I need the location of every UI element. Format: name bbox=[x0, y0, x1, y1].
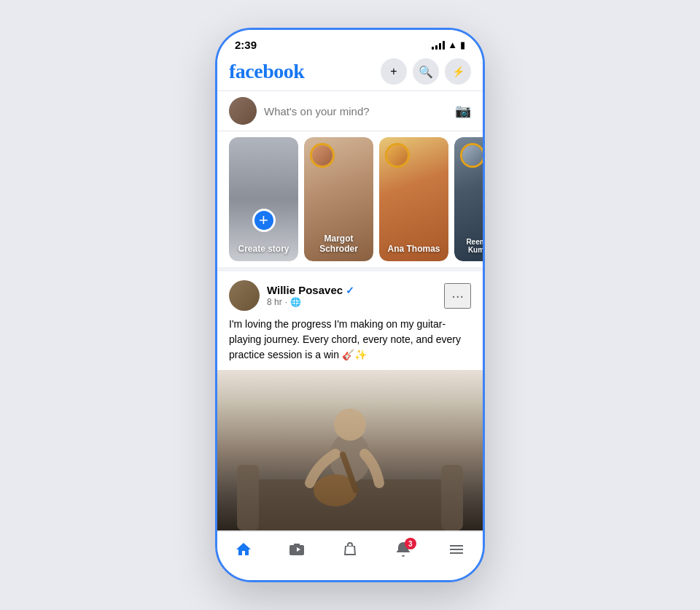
search-button[interactable]: 🔍 bbox=[413, 58, 439, 85]
phone-frame: 2:39 ▲ ▮ facebook + 🔍 ⚡ bbox=[215, 28, 485, 582]
post-author-name: Willie Posavec ✓ bbox=[267, 284, 354, 296]
story-ana[interactable]: Ana Thomas bbox=[379, 137, 448, 261]
story-ana-label: Ana Thomas bbox=[385, 244, 443, 254]
header-icons: + 🔍 ⚡ bbox=[381, 58, 471, 85]
nav-notifications[interactable]: 3 bbox=[386, 538, 421, 565]
svg-point-4 bbox=[334, 409, 366, 441]
signal-icon bbox=[432, 41, 445, 50]
post-meta: 8 hr · 🌐 bbox=[267, 297, 354, 307]
status-time: 2:39 bbox=[235, 39, 257, 51]
dot-separator: · bbox=[285, 297, 287, 307]
post-input[interactable] bbox=[264, 105, 448, 117]
messenger-button[interactable]: ⚡ bbox=[445, 58, 471, 85]
globe-icon: 🌐 bbox=[290, 297, 301, 307]
user-avatar bbox=[229, 97, 257, 125]
verified-badge: ✓ bbox=[346, 285, 354, 296]
nav-watch[interactable] bbox=[279, 538, 314, 565]
post-header: Willie Posavec ✓ 8 hr · 🌐 ··· bbox=[217, 271, 483, 317]
svg-rect-1 bbox=[237, 465, 259, 530]
notification-badge: 3 bbox=[405, 538, 416, 549]
wifi-icon: ▲ bbox=[448, 39, 457, 50]
app-header: facebook + 🔍 ⚡ bbox=[217, 54, 483, 90]
create-plus-icon: + bbox=[252, 209, 276, 232]
story-reem[interactable]: Reem Kum bbox=[454, 137, 483, 261]
post-author-info: Willie Posavec ✓ 8 hr · 🌐 bbox=[229, 280, 354, 311]
marketplace-icon bbox=[341, 541, 359, 563]
post-image bbox=[217, 370, 483, 530]
nav-menu[interactable] bbox=[439, 538, 474, 565]
phone-screen: 2:39 ▲ ▮ facebook + 🔍 ⚡ bbox=[217, 30, 483, 580]
post-text: I'm loving the progress I'm making on my… bbox=[217, 317, 483, 370]
watch-icon bbox=[288, 541, 306, 563]
stories-section: + Create story Margot Schroder Ana Thoma… bbox=[217, 131, 483, 271]
svg-rect-2 bbox=[441, 465, 463, 530]
story-avatar-ring-margot bbox=[310, 143, 335, 168]
nav-home[interactable] bbox=[226, 538, 261, 565]
story-reem-label: Reem Kum bbox=[460, 238, 483, 254]
feed-section: Willie Posavec ✓ 8 hr · 🌐 ··· bbox=[217, 271, 483, 531]
status-icons: ▲ ▮ bbox=[432, 39, 465, 50]
camera-icon[interactable]: 📷 bbox=[455, 103, 471, 119]
guitar-player-illustration bbox=[217, 370, 483, 530]
battery-icon: ▮ bbox=[460, 39, 465, 50]
post-input-bar: 📷 bbox=[217, 90, 483, 131]
search-icon: 🔍 bbox=[419, 65, 433, 79]
facebook-logo: facebook bbox=[229, 60, 304, 83]
story-create[interactable]: + Create story bbox=[229, 137, 298, 261]
story-avatar-ring-reem bbox=[460, 143, 483, 168]
menu-icon bbox=[448, 541, 465, 563]
status-bar: 2:39 ▲ ▮ bbox=[217, 30, 483, 54]
home-icon bbox=[235, 541, 252, 563]
story-create-label: Create story bbox=[235, 244, 292, 254]
add-button[interactable]: + bbox=[381, 58, 407, 85]
story-avatar-ring-ana bbox=[385, 143, 410, 168]
post-card: Willie Posavec ✓ 8 hr · 🌐 ··· bbox=[217, 271, 483, 531]
story-margot[interactable]: Margot Schroder bbox=[304, 137, 373, 261]
more-options-button[interactable]: ··· bbox=[444, 283, 471, 309]
bottom-nav: 3 bbox=[217, 531, 483, 580]
post-author-avatar bbox=[229, 280, 260, 311]
nav-marketplace[interactable] bbox=[332, 538, 368, 565]
post-author-details: Willie Posavec ✓ 8 hr · 🌐 bbox=[267, 284, 354, 307]
story-margot-label: Margot Schroder bbox=[310, 233, 368, 254]
messenger-icon: ⚡ bbox=[452, 66, 464, 77]
